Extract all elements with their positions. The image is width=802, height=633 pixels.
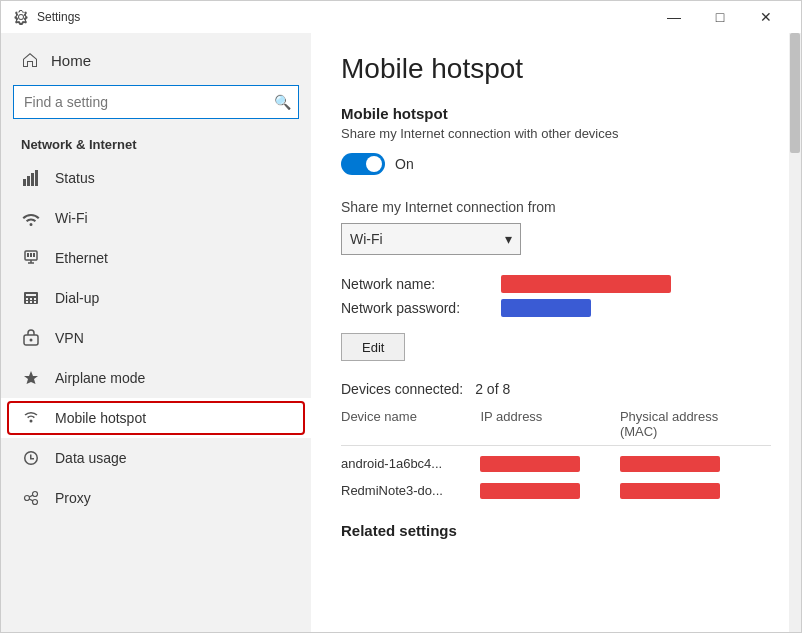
- devices-connected-row: Devices connected: 2 of 8: [341, 381, 771, 397]
- table-row: android-1a6bc4...: [341, 452, 771, 479]
- sidebar-item-proxy[interactable]: Proxy: [1, 478, 311, 518]
- main-panel: Mobile hotspot Mobile hotspot Share my I…: [311, 33, 801, 632]
- svg-rect-1: [27, 176, 30, 186]
- svg-point-14: [33, 492, 38, 497]
- sidebar-item-status[interactable]: Status: [1, 158, 311, 198]
- network-name-value: [501, 275, 671, 293]
- redacted-mac-1: [620, 456, 720, 472]
- devices-label: Devices connected:: [341, 381, 463, 397]
- col-header-mac: Physical address(MAC): [620, 409, 771, 439]
- sidebar-item-wifi[interactable]: Wi-Fi: [1, 198, 311, 238]
- redacted-ip-1: [480, 456, 580, 472]
- hotspot-label: Mobile hotspot: [55, 410, 146, 426]
- svg-rect-5: [27, 253, 29, 257]
- home-icon: [21, 51, 39, 69]
- network-password-label: Network password:: [341, 300, 501, 316]
- svg-rect-3: [35, 170, 38, 186]
- wifi-icon: [21, 208, 41, 228]
- share-from-label: Share my Internet connection from: [341, 199, 771, 215]
- share-from-section: Share my Internet connection from Wi-Fi …: [341, 199, 771, 255]
- svg-point-11: [30, 339, 33, 342]
- section-title: Mobile hotspot: [341, 105, 771, 122]
- table-row: RedmiNote3-do...: [341, 479, 771, 506]
- scrollbar-track[interactable]: [789, 33, 801, 632]
- scrollbar-thumb[interactable]: [790, 33, 800, 153]
- search-box: 🔍: [13, 85, 299, 119]
- device-ip-2: [480, 483, 619, 502]
- redacted-ip-2: [480, 483, 580, 499]
- active-indicator: [7, 401, 305, 435]
- svg-point-13: [25, 496, 30, 501]
- device-name-1: android-1a6bc4...: [341, 456, 480, 475]
- proxy-label: Proxy: [55, 490, 91, 506]
- airplane-icon: [21, 368, 41, 388]
- device-mac-2: [620, 483, 771, 502]
- svg-rect-7: [33, 253, 35, 257]
- home-label: Home: [51, 52, 91, 69]
- search-input[interactable]: [13, 85, 299, 119]
- sidebar-item-vpn[interactable]: VPN: [1, 318, 311, 358]
- dialup-label: Dial-up: [55, 290, 99, 306]
- network-password-value: [501, 299, 591, 317]
- svg-point-15: [33, 500, 38, 505]
- sidebar-item-datausage[interactable]: Data usage: [1, 438, 311, 478]
- device-table-header: Device name IP address Physical address(…: [341, 409, 771, 446]
- hotspot-icon: [21, 408, 41, 428]
- status-label: Status: [55, 170, 95, 186]
- content-area: Home 🔍 Network & Internet Status Wi-: [1, 33, 801, 632]
- datausage-label: Data usage: [55, 450, 127, 466]
- share-from-dropdown[interactable]: Wi-Fi ▾: [341, 223, 521, 255]
- network-name-row: Network name:: [341, 275, 771, 293]
- svg-line-16: [29, 495, 33, 497]
- dialup-icon: [21, 288, 41, 308]
- svg-rect-6: [30, 253, 32, 257]
- hotspot-toggle[interactable]: [341, 153, 385, 175]
- status-icon: [21, 168, 41, 188]
- sidebar-item-home[interactable]: Home: [1, 41, 311, 79]
- ethernet-label: Ethernet: [55, 250, 108, 266]
- edit-button[interactable]: Edit: [341, 333, 405, 361]
- related-settings-title: Related settings: [341, 522, 771, 539]
- sidebar-item-hotspot[interactable]: Mobile hotspot: [1, 398, 311, 438]
- search-icon: 🔍: [274, 94, 291, 110]
- ethernet-icon: [21, 248, 41, 268]
- col-header-ip: IP address: [480, 409, 619, 439]
- settings-window: Settings — □ ✕ Home 🔍 Network & Int: [0, 0, 802, 633]
- section-desc: Share my Internet connection with other …: [341, 126, 771, 141]
- sidebar-item-airplane[interactable]: Airplane mode: [1, 358, 311, 398]
- proxy-icon: [21, 488, 41, 508]
- network-name-label: Network name:: [341, 276, 501, 292]
- title-bar-controls: — □ ✕: [651, 1, 789, 33]
- window-title: Settings: [37, 10, 80, 24]
- svg-rect-2: [31, 173, 34, 186]
- toggle-label: On: [395, 156, 414, 172]
- maximize-button[interactable]: □: [697, 1, 743, 33]
- device-name-2: RedmiNote3-do...: [341, 483, 480, 502]
- network-info: Network name: Network password:: [341, 275, 771, 317]
- device-ip-1: [480, 456, 619, 475]
- wifi-label: Wi-Fi: [55, 210, 88, 226]
- svg-line-17: [29, 499, 33, 501]
- datausage-icon: [21, 448, 41, 468]
- toggle-thumb: [366, 156, 382, 172]
- sidebar-item-ethernet[interactable]: Ethernet: [1, 238, 311, 278]
- sidebar-item-dialup[interactable]: Dial-up: [1, 278, 311, 318]
- network-password-row: Network password:: [341, 299, 771, 317]
- vpn-icon: [21, 328, 41, 348]
- minimize-button[interactable]: —: [651, 1, 697, 33]
- page-title: Mobile hotspot: [341, 53, 771, 85]
- title-bar-left: Settings: [13, 9, 80, 25]
- title-bar: Settings — □ ✕: [1, 1, 801, 33]
- chevron-down-icon: ▾: [505, 231, 512, 247]
- sidebar: Home 🔍 Network & Internet Status Wi-: [1, 33, 311, 632]
- toggle-row: On: [341, 153, 771, 175]
- col-header-device: Device name: [341, 409, 480, 439]
- gear-icon: [13, 9, 29, 25]
- dropdown-value: Wi-Fi: [350, 231, 383, 247]
- network-section-label: Network & Internet: [1, 129, 311, 158]
- airplane-label: Airplane mode: [55, 370, 145, 386]
- svg-point-12: [30, 420, 33, 423]
- close-button[interactable]: ✕: [743, 1, 789, 33]
- device-mac-1: [620, 456, 771, 475]
- redacted-mac-2: [620, 483, 720, 499]
